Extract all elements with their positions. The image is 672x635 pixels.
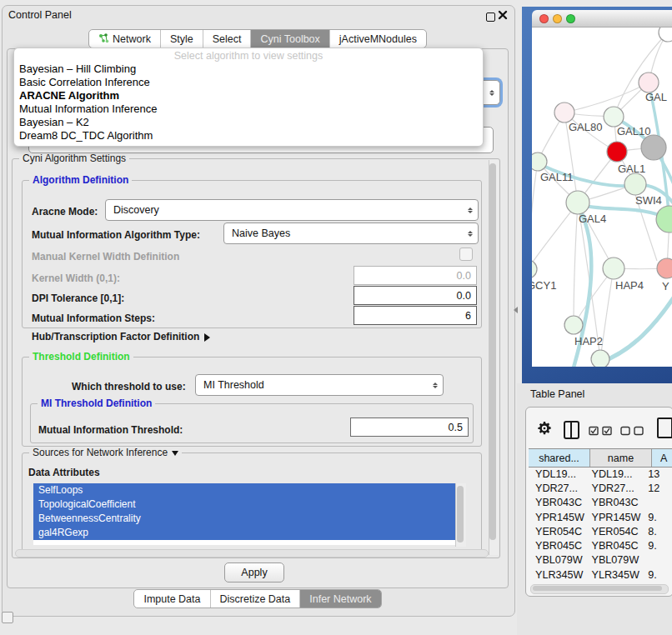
float-window-icon[interactable] — [486, 12, 495, 22]
settings-gear-icon[interactable] — [537, 421, 552, 439]
control-panel-tabs: NetworkStyleSelectCyni ToolboxjActiveMNo… — [88, 29, 427, 48]
table-row[interactable]: YLR345WYLR345W9. — [529, 568, 672, 582]
table-cell: YPR145W — [585, 510, 642, 524]
table-row[interactable]: YDR27...YDR27...12 — [529, 481, 672, 495]
column-header-name[interactable]: name — [590, 449, 652, 467]
kernel-width-field[interactable]: 0.0 — [354, 266, 477, 285]
dpi-tolerance-field[interactable]: 0.0 — [354, 286, 477, 305]
table-row[interactable]: YPR145WYPR145W9. — [529, 510, 672, 524]
hub-definition-toggle[interactable]: Hub/Transcription Factor Definition — [32, 331, 214, 342]
algorithm-option-aracne-algorithm[interactable]: ARACNE Algorithm — [14, 89, 483, 102]
aracne-mode-combo[interactable]: Discovery — [105, 199, 479, 221]
network-node[interactable] — [603, 258, 624, 279]
select-all-checkboxes-icon[interactable] — [589, 424, 614, 439]
popup-items: Bayesian – Hill ClimbingBasic Correlatio… — [14, 62, 483, 142]
table-cell: YBR043C — [585, 496, 642, 510]
table-cell: YDL19... — [529, 467, 585, 481]
tab-label: Cyni Toolbox — [260, 33, 319, 45]
table-cell: 9. — [641, 510, 672, 524]
network-edge[interactable] — [574, 202, 578, 325]
algorithm-dropdown-popup: Select algorithm to view settings Bayesi… — [13, 48, 484, 147]
sources-title-text: Sources for Network Inference — [33, 447, 168, 458]
document-icon[interactable] — [657, 418, 672, 438]
table-row[interactable]: YBR045CYBR045C9. — [529, 538, 672, 552]
network-node[interactable] — [554, 102, 574, 122]
table-cell: YBR045C — [529, 538, 585, 552]
network-node[interactable] — [532, 260, 537, 278]
settings-hscrollbar-track[interactable] — [15, 549, 489, 558]
bottom-tab-discretize-data[interactable]: Discretize Data — [210, 590, 300, 608]
bottom-tab-impute-data[interactable]: Impute Data — [134, 590, 209, 608]
table-panel-title: Table Panel — [530, 388, 584, 400]
columns-icon[interactable] — [564, 421, 579, 439]
sources-title[interactable]: Sources for Network Inference — [29, 447, 182, 460]
tab-jactivemnodules[interactable]: jActiveMNodules — [329, 30, 426, 48]
attribute-item-betweennesscentrality[interactable]: BetweennessCentrality — [33, 512, 455, 526]
tab-cyni-toolbox[interactable]: Cyni Toolbox — [250, 30, 328, 48]
tab-select[interactable]: Select — [203, 30, 251, 48]
table-cell: 8. — [641, 524, 672, 538]
network-node[interactable] — [641, 135, 666, 160]
network-canvas[interactable]: GALGAL80GAL10GAL11GAL1SWI4GAL4GCY1HAP4YH… — [532, 28, 672, 367]
network-node[interactable] — [564, 316, 583, 334]
network-edge[interactable] — [532, 162, 538, 269]
table-row[interactable]: YDL19...YDL19...13 — [529, 467, 672, 481]
network-node[interactable] — [656, 206, 672, 232]
network-node[interactable] — [591, 350, 609, 367]
control-panel-title: Control Panel — [8, 9, 72, 21]
table-body: YDL19...YDL19...13YDR27...YDR27...12YBR0… — [529, 467, 672, 582]
mi-type-combo[interactable]: Naive Bayes — [223, 222, 479, 244]
manual-kernel-label: Manual Kernel Width Definition — [32, 251, 179, 262]
column-header-shared[interactable]: shared... — [529, 449, 590, 467]
table-cell: YER054C — [529, 524, 585, 538]
popup-hint: Select algorithm to view settings — [14, 50, 483, 62]
manual-kernel-checkbox[interactable] — [459, 248, 473, 261]
splitpane-arrow-icon[interactable] — [510, 307, 518, 313]
algorithm-option-mutual-information-inference[interactable]: Mutual Information Inference — [14, 102, 483, 116]
close-icon[interactable] — [498, 10, 508, 20]
network-edge-highlighted[interactable] — [600, 292, 672, 362]
attribute-item-gal4rgexp[interactable]: gal4RGexp — [33, 526, 455, 540]
mi-steps-field[interactable]: 6 — [354, 306, 477, 325]
network-node[interactable] — [604, 107, 624, 127]
table-cell: YLR345W — [529, 568, 585, 582]
network-node[interactable] — [566, 191, 589, 214]
table-cell: 9. — [641, 538, 672, 552]
table-row[interactable]: YBR043CYBR043C — [529, 496, 672, 510]
table-row[interactable]: YBL079WYBL079W — [529, 553, 672, 568]
table-cell: 13 — [641, 467, 672, 481]
kernel-width-label: Kernel Width (0,1): — [32, 272, 120, 284]
attribute-item-selfloops[interactable]: SelfLoops — [33, 483, 455, 498]
algorithm-option-basic-correlation-inference[interactable]: Basic Correlation Inference — [14, 76, 483, 89]
network-node[interactable] — [639, 72, 659, 92]
minimize-traffic-light-icon[interactable] — [553, 14, 562, 23]
zoom-traffic-light-icon[interactable] — [566, 14, 575, 23]
collapsed-panel-icon[interactable] — [2, 612, 13, 623]
table-cell: YBR045C — [585, 538, 642, 552]
table-hscrollbar-thumb[interactable] — [533, 586, 662, 591]
algorithm-option-dream8-dc-tdc-algorithm[interactable]: Dream8 DC_TDC Algorithm — [14, 129, 483, 142]
network-node[interactable] — [607, 142, 627, 162]
tab-style[interactable]: Style — [160, 30, 203, 48]
attribute-item-topologicalcoefficient[interactable]: TopologicalCoefficient — [33, 498, 455, 512]
tab-network[interactable]: Network — [89, 30, 160, 48]
network-node[interactable] — [657, 258, 672, 278]
algorithm-option-bayesian-hill-climbing[interactable]: Bayesian – Hill Climbing — [14, 62, 483, 76]
algorithm-option-bayesian-k2[interactable]: Bayesian – K2 — [14, 116, 483, 129]
network-window-titlebar[interactable] — [532, 10, 672, 28]
table-row[interactable]: YER054CYER054C8. — [529, 524, 672, 538]
network-edge[interactable] — [614, 32, 668, 117]
attributes-scrollbar-thumb[interactable] — [457, 486, 464, 542]
network-node[interactable] — [532, 152, 547, 171]
apply-button[interactable]: Apply — [224, 562, 284, 582]
bottom-tab-infer-network[interactable]: Infer Network — [299, 590, 380, 608]
network-edge[interactable] — [564, 82, 649, 112]
network-node[interactable] — [624, 173, 646, 195]
column-header-partial[interactable]: A — [652, 449, 672, 467]
tab-label: Network — [113, 33, 151, 45]
close-traffic-light-icon[interactable] — [539, 14, 549, 23]
mi-threshold-field[interactable]: 0.5 — [350, 418, 469, 437]
settings-scrollbar-thumb[interactable] — [489, 163, 496, 540]
deselect-checkboxes-icon[interactable] — [620, 424, 645, 439]
which-threshold-combo[interactable]: MI Threshold — [195, 374, 444, 396]
